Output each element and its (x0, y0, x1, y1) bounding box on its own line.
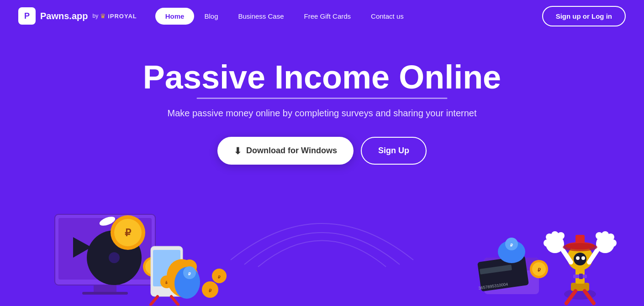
hero-section: Passive Income Online Make passive money… (0, 32, 644, 306)
svg-text:₽: ₽ (218, 275, 221, 280)
navbar: P Pawns.app by ♛ iPROYAL Home Blog Busin… (0, 0, 644, 32)
svg-line-19 (171, 296, 178, 305)
svg-rect-30 (571, 283, 589, 291)
nav-item-home[interactable]: Home (155, 8, 195, 25)
download-windows-button[interactable]: ⬇ Download for Windows (217, 137, 354, 165)
svg-line-18 (151, 296, 158, 305)
hero-buttons: ⬇ Download for Windows Sign Up (0, 137, 644, 165)
svg-text:₽: ₽ (188, 272, 191, 276)
svg-rect-3 (82, 292, 128, 295)
logo-area[interactable]: P Pawns.app by ♛ iPROYAL (18, 7, 137, 25)
svg-text:₽: ₽ (209, 288, 212, 293)
signup-login-button[interactable]: Sign up or Log in (542, 6, 626, 26)
svg-point-52 (563, 243, 597, 251)
hero-subtitle: Make passive money online by completing … (0, 108, 644, 119)
hero-signup-button[interactable]: Sign Up (361, 137, 427, 165)
brand-by: by ♛ iPROYAL (92, 12, 137, 20)
right-illustration: 3657895310004 ₽ ₽ (438, 178, 635, 306)
hero-title: Passive Income Online (0, 59, 644, 95)
nav-links: Home Blog Business Case Free Gift Cards … (155, 8, 542, 25)
by-label: by (92, 13, 98, 19)
crown-icon: ♛ (100, 12, 106, 20)
svg-point-5 (109, 252, 120, 263)
svg-text:₽: ₽ (510, 243, 513, 248)
nav-item-free-gift-cards[interactable]: Free Gift Cards (294, 8, 361, 25)
svg-point-43 (544, 239, 551, 247)
svg-point-34 (576, 256, 580, 260)
download-label: Download for Windows (246, 146, 337, 156)
svg-text:₽: ₽ (125, 227, 132, 239)
svg-point-42 (557, 232, 565, 239)
svg-point-35 (581, 256, 585, 260)
svg-point-49 (609, 239, 617, 247)
brand-name: Pawns.app (40, 11, 88, 21)
left-illustration: ₽ ₽ ₽ ₽ ₽ (27, 178, 238, 306)
svg-point-48 (596, 232, 603, 239)
svg-rect-37 (579, 274, 583, 279)
iproyal-label: iPROYAL (108, 13, 137, 20)
nav-item-blog[interactable]: Blog (194, 8, 228, 25)
background-arcs (208, 178, 436, 269)
nav-item-business-case[interactable]: Business Case (228, 8, 294, 25)
logo-icon: P (18, 7, 36, 25)
nav-item-contact-us[interactable]: Contact us (361, 8, 414, 25)
svg-text:₽: ₽ (538, 267, 541, 273)
nav-right: Sign up or Log in (542, 6, 626, 26)
download-icon: ⬇ (234, 145, 242, 156)
